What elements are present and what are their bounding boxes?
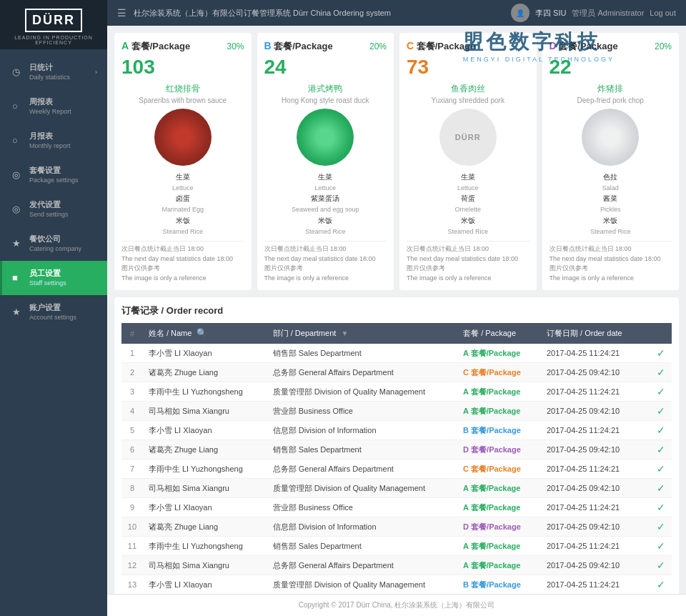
cell-name: 李小雪 LI XIaoyan (143, 498, 267, 517)
name-search-icon[interactable]: 🔍 (197, 328, 207, 338)
avatar: 👤 (511, 4, 530, 22)
package-pct-a: 30% (227, 41, 244, 51)
side-dish-cn: 卤蛋 (121, 193, 244, 204)
cell-action: ✓ (650, 421, 672, 440)
col-header-name: 姓名 / Name 🔍 (143, 323, 267, 344)
nav-icon-account: ★ (12, 306, 24, 319)
table-row: 2 诸葛亮 Zhuge Liang 总务部 General Affairs De… (121, 363, 672, 382)
nav-label-en-weekly: Weekly Report (29, 107, 97, 116)
side-dish-cn: 色拉 (550, 172, 672, 183)
nav-label-en-catering: Catering company (29, 244, 97, 254)
cell-pkg: C 套餐/Package (457, 459, 541, 479)
package-header-c: C 套餐/Package (407, 40, 530, 53)
nav-label-cn-package-settings: 套餐设置 (29, 165, 97, 176)
menu-icon[interactable]: ☰ (117, 7, 126, 19)
table-row: 1 李小雪 LI XIaoyan 销售部 Sales Department A … (121, 344, 672, 363)
cell-name: 诸葛亮 Zhuge Liang (143, 517, 267, 537)
nav-label-en-daily: Daily statistics (29, 73, 89, 82)
cell-dept: 销售部 Sales Department (267, 440, 457, 459)
package-count-a: 103 (121, 56, 244, 79)
main-dish-en-b: Hong Kong style roast duck (264, 96, 387, 104)
sidebar-item-package-settings[interactable]: ◎ 套餐设置 Package settings (0, 158, 107, 192)
nav-label-cn-daily: 日统计 (29, 62, 89, 73)
nav-icon-monthly: ○ (12, 134, 24, 147)
col-header-action (650, 323, 672, 344)
cell-pkg: A 套餐/Package (457, 382, 541, 402)
logo-sub: LEADING IN PRODUCTION EFFICIENCY (7, 35, 100, 45)
side-items-a: 生菜Lettuce卤蛋Marinated Egg米饭Steamed Rice (121, 172, 244, 237)
package-card-c: C 套餐/Package 73 鱼香肉丝 Yuxiang shredded po… (399, 33, 537, 290)
sidebar-item-staff[interactable]: ■ 员工设置 Staff settings (0, 261, 107, 295)
cell-name: 李雨中生 LI Yuzhongsheng (143, 382, 267, 402)
package-card-b: B 套餐/Package 20% 24 港式烤鸭 Hong Kong style… (257, 33, 394, 290)
cell-name: 李小雪 LI XIaoyan (143, 575, 267, 594)
side-dish-en: Pickles (550, 204, 672, 214)
cell-date: 2017-04-25 09:42:10 (541, 479, 650, 498)
table-row: 3 李雨中生 LI Yuzhongsheng 质量管理部 Division of… (121, 382, 672, 402)
sidebar-item-monthly[interactable]: ○ 月报表 Monthly report (0, 124, 107, 158)
cell-action: ✓ (650, 575, 672, 594)
cell-num: 8 (121, 479, 143, 498)
cell-num: 12 (121, 556, 143, 575)
table-row: 4 司马相如 Sima Xiangru 营业部 Business Office … (121, 402, 672, 421)
order-title: 订餐记录 / Order record (121, 304, 672, 317)
col-header-num: # (121, 323, 143, 344)
cell-dept: 信息部 Division of Information (267, 421, 457, 440)
package-header-d: D 套餐/Package 20% (550, 40, 672, 53)
cell-name: 司马相如 Sima Xiangru (143, 402, 267, 421)
cell-action: ✓ (650, 498, 672, 517)
cell-name: 李小雪 LI XIaoyan (143, 421, 267, 440)
package-img-a (154, 109, 212, 166)
cell-dept: 总务部 General Affairs Department (267, 556, 457, 575)
cell-num: 5 (121, 421, 143, 440)
nav-icon-package-settings: ◎ (12, 169, 24, 182)
sidebar-item-send-settings[interactable]: ◎ 发代设置 Send settings (0, 192, 107, 227)
cell-dept: 营业部 Business Office (267, 498, 457, 517)
sidebar-item-weekly[interactable]: ○ 周报表 Weekly Report (0, 89, 107, 124)
nav-label-en-package-settings: Package settings (29, 176, 97, 185)
cell-pkg: A 套餐/Package (457, 479, 541, 498)
package-notice-a: 次日餐点统计截止当日 18:00The next day meal statis… (121, 241, 244, 283)
side-dish-cn: 紫菜蛋汤 (264, 193, 387, 204)
packages-row: A 套餐/Package 30% 103 红烧排骨 Spareribs with… (114, 33, 679, 290)
logo-box: DÜRR (25, 9, 82, 32)
sidebar-item-daily[interactable]: ◷ 日统计 Daily statistics › (0, 55, 107, 89)
nav-label-cn-staff: 员工设置 (29, 268, 97, 279)
dept-filter-icon[interactable]: ▼ (341, 329, 348, 337)
main-dish-en-a: Spareribs with brown sauce (121, 96, 244, 104)
sidebar-item-catering[interactable]: ★ 餐饮公司 Catering company (0, 227, 107, 261)
package-title-a: A 套餐/Package (121, 40, 190, 53)
order-section: 订餐记录 / Order record # 姓名 / Name 🔍 部门 / D… (114, 297, 679, 594)
cell-pkg: A 套餐/Package (457, 498, 541, 517)
cell-num: 11 (121, 537, 143, 556)
cell-date: 2017-04-25 11:24:21 (541, 421, 650, 440)
table-row: 8 司马相如 Sima Xiangru 质量管理部 Division of Qu… (121, 479, 672, 498)
cell-dept: 销售部 Sales Department (267, 344, 457, 363)
cell-dept: 质量管理部 Division of Quality Management (267, 382, 457, 402)
username: 李四 SIU (535, 8, 566, 19)
cell-dept: 质量管理部 Division of Quality Management (267, 575, 457, 594)
cell-num: 10 (121, 517, 143, 537)
side-dish-cn: 生菜 (264, 172, 387, 183)
main-dish-cn-a: 红烧排骨 (121, 83, 244, 95)
package-notice-b: 次日餐点统计截止当日 18:00The next day meal statis… (264, 241, 387, 283)
package-card-d: D 套餐/Package 20% 22 炸猪排 Deep-fried pork … (542, 33, 680, 290)
side-dish-en: Marinated Egg (121, 204, 244, 214)
side-dish-en: Steamed Rice (264, 227, 387, 237)
main-dish-en-d: Deep-fried pork chop (550, 96, 672, 104)
table-row: 7 李雨中生 LI Yuzhongsheng 总务部 General Affai… (121, 459, 672, 479)
package-img-b (297, 109, 354, 166)
cell-action: ✓ (650, 556, 672, 575)
cell-num: 3 (121, 382, 143, 402)
side-dish-en: Lettuce (407, 183, 530, 193)
side-dish-en: Salad (550, 183, 672, 193)
package-count-d: 22 (550, 56, 672, 79)
cell-num: 13 (121, 575, 143, 594)
cell-num: 1 (121, 344, 143, 363)
content-area: A 套餐/Package 30% 103 红烧排骨 Spareribs with… (107, 26, 686, 594)
logout-button[interactable]: Log out (650, 9, 676, 17)
sidebar-item-account[interactable]: ★ 账户设置 Account settings (0, 295, 107, 329)
nav-arrow-daily: › (95, 68, 97, 77)
cell-dept: 营业部 Business Office (267, 402, 457, 421)
package-pct-d: 20% (655, 41, 672, 51)
